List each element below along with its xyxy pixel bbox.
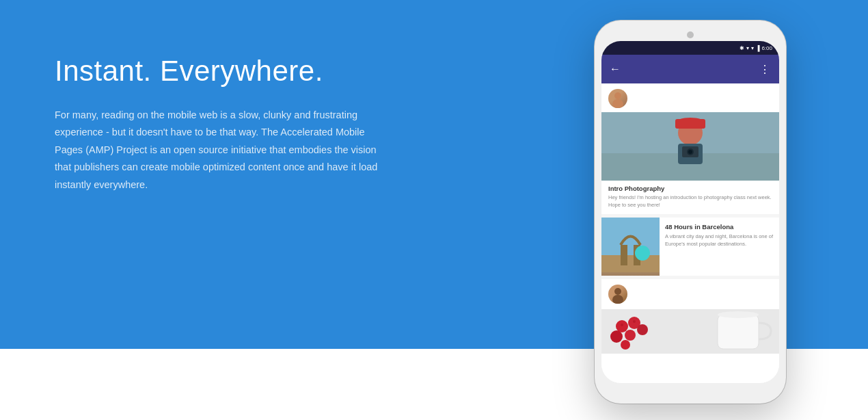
battery-icon: ▐ <box>756 45 760 51</box>
back-button[interactable]: ← <box>610 63 621 75</box>
card-food[interactable] <box>601 279 779 383</box>
bluetooth-icon: ✱ <box>740 45 744 51</box>
svg-point-17 <box>612 295 623 304</box>
svg-rect-12 <box>601 255 660 272</box>
svg-point-10 <box>688 150 692 154</box>
hero-image-photography <box>601 112 779 181</box>
svg-point-28 <box>718 311 759 318</box>
card-title-photography: Intro Photography <box>608 185 772 192</box>
status-bar: ✱ ▾ ▾ ▐ 6:00 <box>601 41 779 55</box>
svg-point-16 <box>614 288 621 295</box>
svg-point-1 <box>612 99 623 108</box>
content-area: Intro Photography Hey friends! I'm hosti… <box>601 83 779 383</box>
body-text: For many, reading on the mobile web is a… <box>55 107 383 194</box>
avatar-photography <box>608 89 627 108</box>
top-section: Instant. Everywhere. For many, reading o… <box>0 0 868 349</box>
svg-point-23 <box>637 324 648 335</box>
phone-outer: ✱ ▾ ▾ ▐ 6:00 ← ⋮ <box>595 21 786 404</box>
arch-bg <box>601 218 660 276</box>
svg-point-24 <box>621 340 630 350</box>
photo-bg <box>601 112 779 181</box>
avatar-food <box>608 285 627 304</box>
card-barcelona[interactable]: 48 Hours in Barcelona A vibrant city day… <box>601 218 779 276</box>
signal-icon: ▾ <box>751 45 754 51</box>
time-display: 6:00 <box>761 45 772 51</box>
text-content: Instant. Everywhere. For many, reading o… <box>55 41 383 194</box>
card-photography[interactable]: Intro Photography Hey friends! I'm hosti… <box>601 83 779 214</box>
card-h-title-barcelona: 48 Hours in Barcelona <box>665 223 774 231</box>
food-image <box>601 309 779 354</box>
card-header-photography <box>601 83 779 112</box>
app-bar: ← ⋮ <box>601 55 779 83</box>
phone-screen: ✱ ▾ ▾ ▐ 6:00 ← ⋮ <box>601 41 779 383</box>
svg-point-21 <box>610 330 623 343</box>
wifi-icon: ▾ <box>746 45 749 51</box>
card-desc-photography: Hey friends! I'm hosting an introduction… <box>608 194 772 209</box>
svg-point-26 <box>633 320 636 323</box>
phone-mockup: ✱ ▾ ▾ ▐ 6:00 ← ⋮ <box>595 21 786 404</box>
svg-point-15 <box>635 246 650 261</box>
card-image-barcelona <box>601 218 660 276</box>
phone-notch <box>601 27 779 41</box>
svg-rect-27 <box>718 315 759 349</box>
page-wrapper: Instant. Everywhere. For many, reading o… <box>0 0 868 420</box>
svg-point-22 <box>625 330 636 341</box>
card-h-text-barcelona: 48 Hours in Barcelona A vibrant city day… <box>660 218 779 276</box>
phone-camera <box>687 31 694 38</box>
headline: Instant. Everywhere. <box>55 55 383 88</box>
svg-point-25 <box>621 324 623 326</box>
svg-rect-13 <box>621 245 627 265</box>
status-icons: ✱ ▾ ▾ ▐ 6:00 <box>740 45 772 51</box>
card-bottom-header <box>601 279 779 309</box>
card-h-desc-barcelona: A vibrant city day and night, Barcelona … <box>665 233 774 248</box>
card-text-photography: Intro Photography Hey friends! I'm hosti… <box>601 181 779 214</box>
more-button[interactable]: ⋮ <box>759 63 771 76</box>
svg-point-0 <box>614 92 621 99</box>
svg-rect-6 <box>675 119 705 129</box>
